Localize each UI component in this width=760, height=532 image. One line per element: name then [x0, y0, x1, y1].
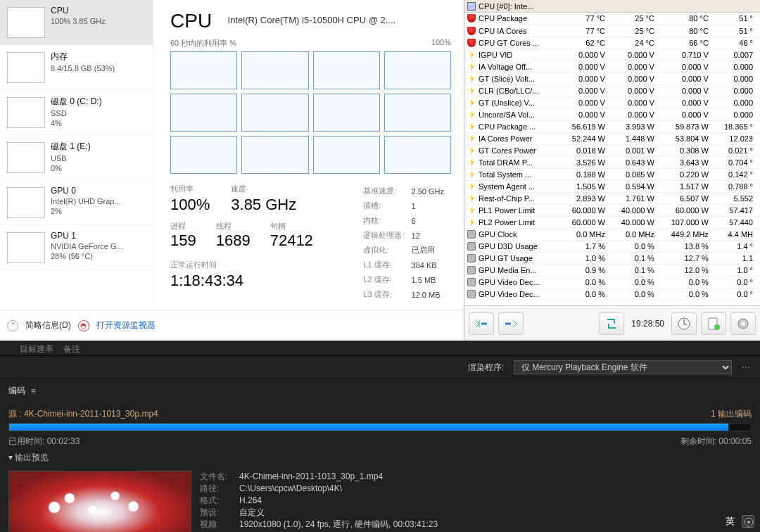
- sensor-row[interactable]: PL1 Power Limit60.000 W40.000 W60.000 W5…: [464, 204, 760, 216]
- sensor-value: 24 °C: [612, 37, 661, 49]
- nav-forward-button[interactable]: [498, 312, 524, 335]
- sidebar-item-cpu[interactable]: CPU 100% 3.85 GHz: [0, 0, 153, 45]
- hwinfo-group-label: CPU [#0]: Inte...: [479, 2, 533, 11]
- sensor-row[interactable]: Total DRAM P...3.526 W0.643 W3.643 W0.70…: [464, 156, 760, 168]
- gpu-icon: [467, 266, 476, 274]
- volt-icon: [467, 63, 476, 71]
- collapse-icon[interactable]: ˅: [7, 320, 18, 331]
- sensor-row[interactable]: GPU Clock0.0 MHz0.0 MHz449.2 MHz4.4 MH: [464, 228, 760, 240]
- hwinfo-toolbar: 19:28:50: [464, 305, 760, 341]
- output-preview-thumbnail: [8, 471, 191, 532]
- cpu-detail-pane: CPU Intel(R) Core(TM) i5-10500H CPU @ 2.…: [153, 0, 464, 303]
- hwinfo-group-header[interactable]: CPU [#0]: Inte...: [464, 0, 760, 13]
- sidebar-item-gpu[interactable]: GPU 1 NVIDIA GeForce G... 28% (56 °C): [0, 225, 153, 270]
- volt-icon: [467, 110, 476, 119]
- sidebar-item-gpu[interactable]: GPU 0 Intel(R) UHD Grap... 2%: [0, 180, 153, 225]
- render-engine-select[interactable]: 仅 Mercury Playback Engine 软件: [514, 360, 732, 374]
- sensor-value: 4.4 MH: [716, 228, 760, 240]
- sensor-row[interactable]: GPU Video Dec...0.0 %0.0 %0.0 %0.0 °: [464, 276, 760, 288]
- hwinfo-scroll-area[interactable]: CPU Package77 °C25 °C80 °C51 °CPU IA Cor…: [464, 13, 760, 305]
- meta-key: 文件名:: [200, 471, 239, 483]
- sensor-name: CLR (CBo/LLC/...: [479, 87, 539, 95]
- sensor-row[interactable]: System Agent ...1.505 W0.594 W1.517 W0.7…: [464, 180, 760, 192]
- output-count-label: 1 输出编码: [711, 408, 752, 420]
- sensor-row[interactable]: GPU GT Usage1.0 %0.1 %12.7 %1.1: [464, 252, 760, 264]
- sensor-value: 0.9 %: [563, 264, 612, 276]
- cpu-model-text: Intel(R) Core(TM) i5-10500H CPU @ 2....: [228, 15, 396, 25]
- log-button[interactable]: [701, 312, 726, 335]
- meta-key: 路径:: [200, 483, 239, 495]
- encode-section-label: 编码: [8, 385, 25, 397]
- sensor-value: 0.021 °: [716, 144, 760, 156]
- progress-bar-track: [8, 423, 752, 431]
- menu-icon[interactable]: ≡: [31, 386, 36, 396]
- open-resource-monitor-link[interactable]: 打开资源监视器: [96, 319, 156, 331]
- sensor-row[interactable]: CPU IA Cores77 °C25 °C80 °C51 °: [464, 25, 760, 37]
- tray-settings-icon[interactable]: [742, 515, 754, 528]
- sidebar-item-title: 磁盘 0 (C: D:): [51, 96, 147, 108]
- spec-label: L2 缓存:: [363, 273, 410, 286]
- sensor-value: 0.000 V: [563, 96, 612, 108]
- sensor-value: 5.552: [716, 192, 760, 204]
- sensor-value: 59.873 W: [661, 120, 716, 132]
- sensor-row[interactable]: IA Voltage Off...0.000 V0.000 V0.000 V0.…: [464, 61, 760, 72]
- sidebar-item-sub2: 2%: [51, 207, 147, 215]
- cpu-thumb-icon: [7, 7, 45, 38]
- sidebar-item-disk[interactable]: 磁盘 1 (E:) USB 0%: [0, 135, 153, 180]
- disk-thumb-icon: [7, 97, 45, 128]
- tab-target-rate[interactable]: 目标速率: [20, 343, 53, 355]
- nav-back-button[interactable]: [469, 312, 494, 335]
- task-manager-panel: CPU 100% 3.85 GHz 内存 8.4/15.8 GB (53%) 磁…: [0, 0, 464, 341]
- spec-value: 1.5 MB: [412, 273, 450, 286]
- meta-value: H.264: [239, 495, 262, 505]
- sensor-row[interactable]: GPU Video Dec...0.0 %0.0 %0.0 %0.0 °: [464, 288, 760, 300]
- settings-button[interactable]: [730, 312, 756, 335]
- sensor-row[interactable]: GT Cores Power0.018 W0.001 W0.308 W0.021…: [464, 144, 760, 156]
- refresh-button[interactable]: [599, 312, 624, 335]
- sidebar-item-disk[interactable]: 磁盘 0 (C: D:) SSD 4%: [0, 90, 153, 135]
- sensor-row[interactable]: GT (Slice) Volt...0.000 V0.000 V0.000 V0…: [464, 72, 760, 84]
- gpu-icon: [467, 290, 476, 298]
- temp-icon: [467, 14, 476, 23]
- sensor-row[interactable]: CPU Package77 °C25 °C80 °C51 °: [464, 13, 760, 25]
- volt-icon: [467, 99, 476, 107]
- sensor-row[interactable]: Rest-of-Chip P...2.893 W1.761 W6.507 W5.…: [464, 192, 760, 204]
- sensor-row[interactable]: CPU Package ...56.619 W3.993 W59.873 W18…: [464, 120, 760, 132]
- sensor-row[interactable]: GPU Media En...0.9 %0.1 %12.0 %1.0 °: [464, 264, 760, 276]
- elapsed-label: 已用时间:: [8, 436, 44, 446]
- sensor-value: 0.1 %: [612, 252, 661, 264]
- clock-button[interactable]: [671, 312, 697, 335]
- sensor-name: CPU IA Cores: [479, 27, 526, 35]
- sensor-row[interactable]: IGPU VID0.000 V0.000 V0.710 V0.007: [464, 49, 760, 61]
- sensor-value: 0.0 %: [661, 276, 716, 288]
- source-file-label: 源 : 4K-Chimei-inn-2011-1013_30p.mp4: [8, 408, 158, 420]
- sensor-name: IA Cores Power: [479, 134, 532, 143]
- sensor-row[interactable]: GT (Unslice) V...0.000 V0.000 V0.000 V0.…: [464, 96, 760, 108]
- core-graph: [313, 136, 380, 174]
- svg-point-2: [714, 324, 720, 330]
- spec-value: 12.0 MB: [412, 288, 450, 301]
- sensor-name: GT (Unslice) V...: [479, 99, 535, 107]
- sensor-row[interactable]: Uncore/SA Vol...0.000 V0.000 V0.000 V0.0…: [464, 108, 760, 120]
- tab-notes[interactable]: 备注: [63, 343, 80, 355]
- sensor-row[interactable]: IA Cores Power52.244 W1.448 W53.804 W12.…: [464, 132, 760, 144]
- sensor-row[interactable]: GPU D3D Usage1.7 %0.0 %13.8 %1.4 °: [464, 240, 760, 252]
- sensor-value: 12.023: [716, 132, 760, 144]
- sidebar-item-mem[interactable]: 内存 8.4/15.8 GB (53%): [0, 45, 153, 90]
- sidebar-item-sub: NVIDIA GeForce G...: [51, 242, 147, 251]
- sidebar-item-title: 磁盘 1 (E:): [51, 141, 147, 153]
- spec-label: L3 缓存:: [363, 288, 410, 301]
- sensor-value: 0.710 V: [661, 49, 716, 61]
- brief-info-button[interactable]: 简略信息(D): [25, 319, 71, 331]
- sensor-row[interactable]: CPU GT Cores ...62 °C24 °C66 °C46 °: [464, 37, 760, 49]
- sensor-value: 0.000: [716, 61, 760, 72]
- sensor-value: 0.001 W: [612, 144, 661, 156]
- sensor-row[interactable]: CLR (CBo/LLC/...0.000 V0.000 V0.000 V0.0…: [464, 84, 760, 96]
- sensor-value: 0.000 V: [563, 72, 612, 84]
- volt-icon: [467, 170, 476, 179]
- sensor-value: 3.526 W: [563, 156, 612, 168]
- sensor-row[interactable]: Total System ...0.188 W0.085 W0.220 W0.1…: [464, 168, 760, 180]
- sensor-row[interactable]: PL2 Power Limit60.000 W40.000 W107.000 W…: [464, 216, 760, 228]
- spec-value: 已启用: [412, 243, 450, 257]
- ime-indicator[interactable]: 英: [726, 515, 735, 528]
